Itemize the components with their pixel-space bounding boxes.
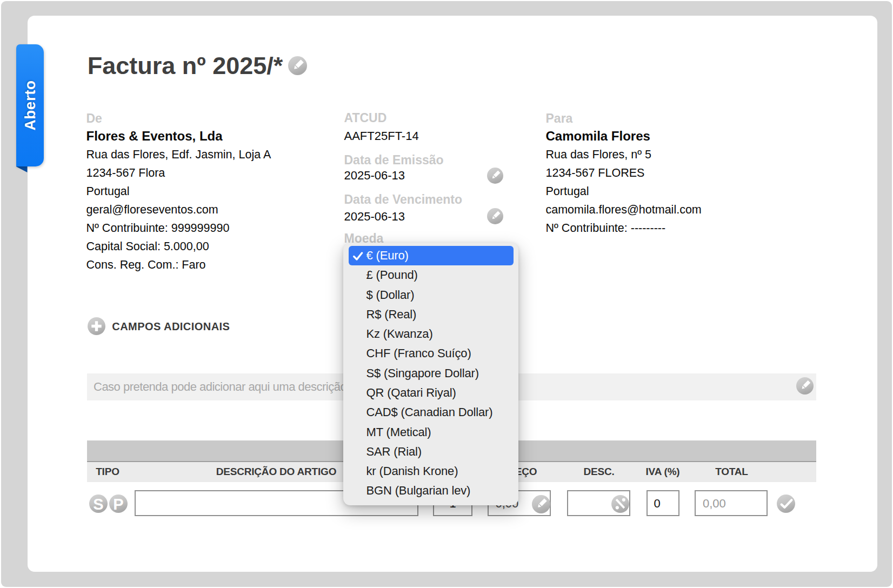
svg-text:P: P [113,496,123,513]
svg-text:S: S [93,496,103,513]
